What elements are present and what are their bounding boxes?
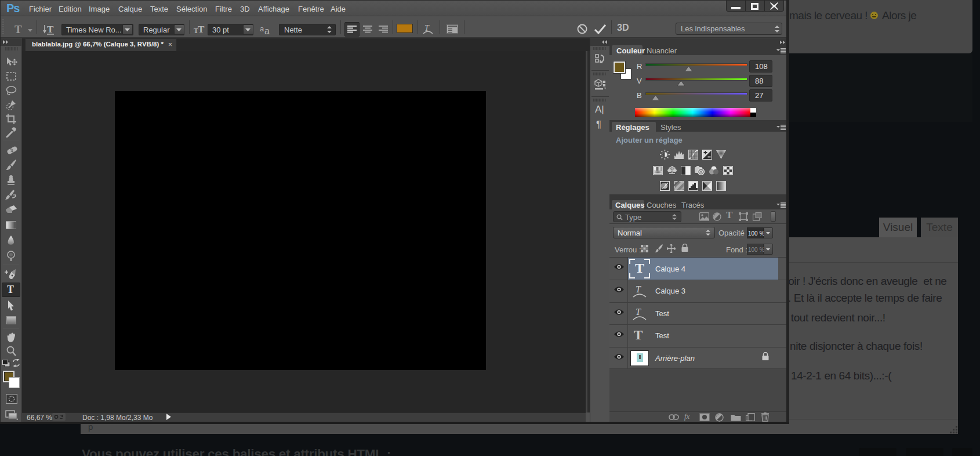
svg-text:T: T [636,284,641,294]
svg-text:T: T [47,24,54,35]
svg-text:T: T [636,307,641,317]
